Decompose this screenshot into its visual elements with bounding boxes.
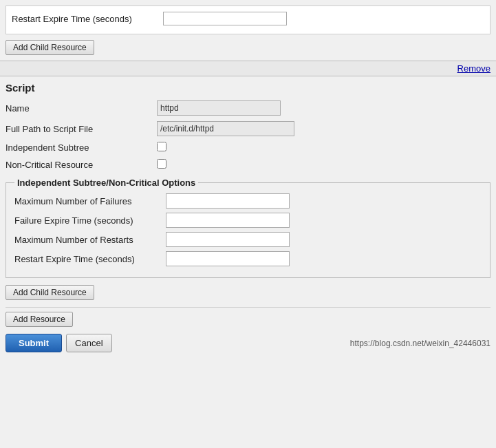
max-failures-input[interactable] (166, 193, 290, 209)
independent-subtree-value (157, 142, 166, 153)
path-label: Full Path to Script File (6, 124, 157, 134)
max-restarts-value (166, 232, 290, 247)
add-resource-button[interactable]: Add Resource (6, 312, 73, 327)
top-add-child-button[interactable]: Add Child Resource (6, 40, 94, 55)
separator-bar: Remove (0, 61, 496, 76)
bottom-add-child-area: Add Child Resource (6, 285, 490, 300)
subtree-options-fieldset: Independent Subtree/Non-Critical Options… (6, 178, 490, 278)
top-restart-input[interactable] (163, 12, 287, 25)
non-critical-row: Non-Critical Resource (6, 159, 490, 171)
remove-link[interactable]: Remove (457, 63, 490, 74)
independent-subtree-row: Independent Subtree (6, 142, 490, 153)
restart-expire-label: Restart Expire Time (seconds) (14, 254, 166, 264)
name-row: Name (6, 100, 490, 116)
failure-expire-value (166, 213, 290, 228)
script-section: Script Name Full Path to Script File Ind… (6, 82, 490, 300)
top-restart-row: Restart Expire Time (seconds) (12, 12, 484, 25)
max-restarts-row: Maximum Number of Restarts (14, 232, 482, 247)
path-input (157, 121, 294, 136)
bottom-add-child-button[interactable]: Add Child Resource (6, 285, 94, 300)
max-failures-value (166, 193, 290, 209)
max-restarts-input[interactable] (166, 232, 290, 247)
non-critical-value (157, 159, 166, 171)
non-critical-checkbox[interactable] (157, 159, 166, 169)
non-critical-label: Non-Critical Resource (6, 160, 157, 170)
action-buttons-area: Submit Cancel https://blog.csdn.net/weix… (6, 334, 490, 352)
name-label: Name (6, 103, 157, 114)
submit-cancel-area: Submit Cancel (6, 334, 112, 352)
script-title: Script (6, 82, 490, 94)
cancel-button[interactable]: Cancel (66, 334, 111, 352)
bottom-bar: Add Resource (6, 307, 490, 327)
top-section: Restart Expire Time (seconds) (6, 6, 490, 34)
submit-button[interactable]: Submit (6, 334, 62, 352)
failure-expire-input[interactable] (166, 213, 290, 228)
restart-expire-input[interactable] (166, 251, 290, 266)
max-failures-label: Maximum Number of Failures (14, 196, 166, 206)
path-row: Full Path to Script File (6, 121, 490, 136)
max-failures-row: Maximum Number of Failures (14, 193, 482, 209)
independent-subtree-checkbox[interactable] (157, 142, 166, 151)
url-text: https://blog.csdn.net/weixin_42446031 (350, 339, 490, 348)
top-restart-label: Restart Expire Time (seconds) (12, 14, 163, 24)
failure-expire-row: Failure Expire Time (seconds) (14, 213, 482, 228)
subtree-legend: Independent Subtree/Non-Critical Options (14, 178, 198, 188)
restart-expire-row: Restart Expire Time (seconds) (14, 251, 482, 266)
max-restarts-label: Maximum Number of Restarts (14, 235, 166, 245)
name-input (157, 100, 281, 116)
name-value (157, 100, 281, 116)
top-add-child-area: Add Child Resource (6, 40, 490, 55)
restart-expire-value (166, 251, 290, 266)
independent-subtree-label: Independent Subtree (6, 142, 157, 153)
path-value (157, 121, 294, 136)
failure-expire-label: Failure Expire Time (seconds) (14, 215, 166, 226)
